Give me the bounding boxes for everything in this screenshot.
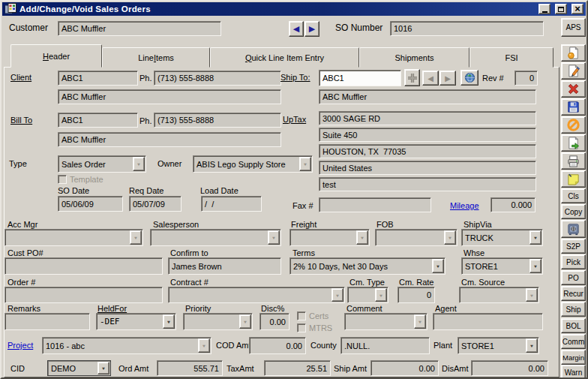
tab-line-items[interactable]: Line Items bbox=[102, 47, 210, 68]
export-button[interactable] bbox=[561, 134, 586, 152]
uptax-label[interactable]: UpTax bbox=[283, 115, 306, 124]
cm-rate-field[interactable]: 0 bbox=[398, 287, 435, 303]
tab-fsi[interactable]: FSI bbox=[470, 47, 554, 68]
customer-field[interactable]: ABC Muffler bbox=[58, 21, 221, 36]
ship-to-label[interactable]: Ship To: bbox=[280, 73, 310, 82]
po-button[interactable]: PO bbox=[561, 270, 586, 285]
chevron-down-icon[interactable] bbox=[526, 288, 538, 302]
mileage-field[interactable]: 0.000 bbox=[490, 197, 536, 212]
project-link[interactable]: Project bbox=[8, 341, 33, 350]
cm-source-select[interactable] bbox=[459, 287, 539, 303]
delete-button[interactable] bbox=[561, 80, 586, 98]
ship-to-note-field[interactable]: test bbox=[319, 177, 536, 191]
disc-percent-field[interactable]: 0.00 bbox=[260, 313, 290, 330]
add-ship-to-button[interactable] bbox=[404, 69, 420, 86]
next-record-button[interactable]: ▶ bbox=[304, 21, 320, 37]
edit-button[interactable] bbox=[561, 62, 586, 80]
whse-select[interactable]: STORE1 bbox=[461, 257, 543, 275]
bill-to-name-field[interactable]: ABC Muffler bbox=[58, 132, 281, 147]
cls-button[interactable]: Cls bbox=[561, 188, 586, 203]
comment-select[interactable] bbox=[344, 313, 428, 330]
plant-select[interactable]: STORE1 bbox=[458, 337, 539, 354]
ship-to-code-field[interactable]: ABC1 bbox=[319, 70, 401, 86]
acc-mgr-select[interactable] bbox=[4, 229, 143, 246]
comm-button[interactable]: Comm bbox=[561, 334, 586, 349]
minimize-button[interactable] bbox=[538, 4, 550, 14]
chevron-down-icon[interactable] bbox=[163, 314, 175, 329]
ship-button[interactable]: Ship bbox=[561, 302, 586, 317]
ship-to-next-button[interactable]: ▶ bbox=[440, 71, 456, 86]
bill-to-code-field[interactable]: ABC1 bbox=[58, 113, 138, 128]
recur-button[interactable]: Recur bbox=[561, 286, 586, 301]
county-field[interactable]: .NULL. bbox=[340, 337, 430, 354]
bill-to-label[interactable]: Bill To bbox=[10, 116, 32, 125]
chevron-down-icon[interactable] bbox=[432, 259, 444, 273]
chevron-down-icon[interactable] bbox=[444, 230, 456, 245]
heldfor-select[interactable]: -DEF bbox=[96, 313, 176, 330]
margin-button[interactable]: Margin bbox=[561, 350, 586, 365]
checkbox-icon[interactable] bbox=[58, 175, 67, 184]
maximize-button[interactable] bbox=[555, 4, 567, 14]
confirm-to-field[interactable]: James Brown bbox=[168, 257, 281, 275]
priority-select[interactable] bbox=[183, 313, 253, 330]
map-button[interactable] bbox=[460, 70, 478, 86]
tab-shipments[interactable]: Shipments bbox=[359, 47, 470, 68]
req-date-field[interactable]: 05/07/09 bbox=[129, 196, 182, 212]
chevron-down-icon[interactable] bbox=[299, 157, 311, 171]
ship-to-city-field[interactable]: HOUSTON, TX 77035 bbox=[319, 144, 536, 158]
chevron-down-icon[interactable] bbox=[530, 230, 542, 245]
chevron-down-icon[interactable] bbox=[375, 288, 387, 302]
salesperson-select[interactable] bbox=[150, 229, 281, 246]
fax-field[interactable] bbox=[319, 197, 431, 212]
new-document-button[interactable] bbox=[561, 44, 586, 62]
previous-record-button[interactable]: ◀ bbox=[289, 21, 304, 37]
remarks-field[interactable] bbox=[4, 313, 90, 330]
chevron-down-icon[interactable] bbox=[239, 314, 251, 329]
ship-to-previous-button[interactable]: ◀ bbox=[422, 71, 439, 86]
type-select[interactable]: Sales Order bbox=[58, 155, 146, 173]
bill-to-phone-field[interactable]: (713) 555-8888 bbox=[154, 113, 281, 128]
cancel-button[interactable] bbox=[561, 116, 586, 134]
chevron-down-icon[interactable] bbox=[526, 338, 538, 353]
close-button[interactable] bbox=[572, 4, 584, 14]
heldfor-label[interactable]: HeldFor bbox=[98, 304, 127, 313]
chevron-down-icon[interactable] bbox=[356, 230, 368, 245]
ship-to-address1-field[interactable]: 3000 SAGE RD bbox=[319, 111, 536, 125]
chevron-down-icon[interactable] bbox=[130, 230, 142, 245]
chevron-down-icon[interactable] bbox=[268, 230, 280, 245]
template-checkbox[interactable]: Template bbox=[58, 175, 104, 184]
checkbox-icon[interactable] bbox=[297, 311, 306, 320]
order-number-field[interactable] bbox=[4, 287, 163, 303]
client-code-field[interactable]: ABC1 bbox=[58, 71, 138, 86]
so-date-field[interactable]: 05/06/09 bbox=[58, 196, 123, 212]
owner-select[interactable]: ABIS Lego Supply Store bbox=[193, 155, 313, 173]
agent-field[interactable] bbox=[433, 313, 543, 330]
mtrs-checkbox[interactable]: MTRS bbox=[297, 323, 332, 332]
cust-po-field[interactable] bbox=[4, 257, 163, 275]
pick-button[interactable]: Pick bbox=[561, 254, 586, 269]
ship-to-country-field[interactable]: United States bbox=[319, 161, 536, 175]
cod-amt-field[interactable]: 0.00 bbox=[249, 337, 306, 354]
chevron-down-icon[interactable] bbox=[332, 288, 344, 302]
shipvia-select[interactable]: TRUCK bbox=[461, 229, 543, 246]
chevron-down-icon[interactable] bbox=[530, 259, 542, 273]
tab-header[interactable]: Header bbox=[10, 44, 102, 68]
chevron-down-icon[interactable] bbox=[198, 338, 210, 353]
project-select[interactable]: 1016 - abc bbox=[42, 337, 212, 354]
s2p-button[interactable]: S2P bbox=[561, 239, 586, 254]
terms-select[interactable]: 2% 10 Days, Net 30 Days bbox=[290, 257, 446, 275]
chevron-down-icon[interactable] bbox=[98, 362, 110, 374]
ship-to-name-field[interactable]: ABC Muffler bbox=[319, 89, 536, 104]
contract-number-select[interactable] bbox=[168, 287, 345, 303]
copy-button[interactable]: Copy bbox=[561, 204, 586, 219]
mileage-link[interactable]: Mileage bbox=[450, 201, 479, 210]
so-number-field[interactable]: 1016 bbox=[390, 21, 544, 36]
fob-select[interactable] bbox=[375, 229, 458, 246]
print-button[interactable] bbox=[561, 152, 586, 170]
warn-button[interactable]: Warn bbox=[561, 365, 586, 379]
freight-select[interactable] bbox=[290, 229, 370, 246]
checkbox-icon[interactable] bbox=[297, 323, 306, 332]
save-button[interactable] bbox=[561, 98, 586, 116]
safe-button[interactable] bbox=[561, 220, 586, 238]
bol-button[interactable]: BOL bbox=[561, 318, 586, 333]
